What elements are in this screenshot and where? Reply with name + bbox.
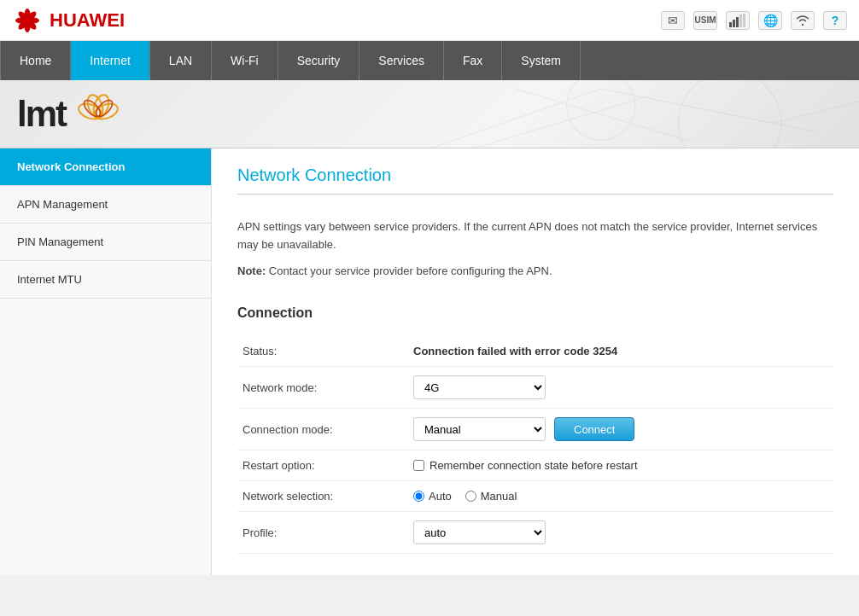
network-selection-auto-text: Auto [429,490,452,503]
network-mode-label: Network mode: [237,367,408,409]
restart-option-text: Remember connection state before restart [430,459,638,472]
connection-section-title: Connection [237,305,833,324]
network-selection-row: Network selection: Auto Manual [237,481,833,512]
network-mode-select[interactable]: 4G 3G 2G Auto [413,375,546,399]
status-value: Connection failed with error code 3254 [413,345,617,357]
status-label: Status: [237,336,408,367]
main-nav: Home Internet LAN Wi-Fi Security Service… [0,41,859,80]
restart-option-checkbox-label[interactable]: Remember connection state before restart [413,459,828,472]
usim-icon[interactable]: USIM [693,11,717,30]
note-label: Note: [237,264,266,277]
status-row: Status: Connection failed with error cod… [237,336,833,367]
note-box: Note: Contact your service provider befo… [237,263,833,281]
brand-name: HUAWEI [50,9,125,32]
profile-row: Profile: auto profile1 profile2 [237,512,833,554]
main-content: Network Connection APN settings vary bet… [212,148,859,575]
network-selection-auto-label[interactable]: Auto [413,490,452,503]
nav-services[interactable]: Services [359,41,444,80]
restart-option-row: Restart option: Remember connection stat… [237,450,833,481]
nav-system[interactable]: System [502,41,581,80]
network-selection-label: Network selection: [237,481,408,512]
network-selection-manual-label[interactable]: Manual [465,490,517,503]
logo-area: HUAWEI [12,9,125,32]
connection-mode-row: Connection mode: Manual Auto Always on C… [237,409,833,450]
nav-lan[interactable]: LAN [150,41,212,80]
connection-mode-controls: Manual Auto Always on Connect [413,417,828,441]
sidebar: Network Connection APN Management PIN Ma… [0,148,212,575]
svg-rect-9 [733,20,735,27]
restart-option-checkbox[interactable] [413,460,424,471]
page-layout: Network Connection APN Management PIN Ma… [0,148,859,575]
huawei-logo-icon [12,9,43,32]
profile-select[interactable]: auto profile1 profile2 [413,520,546,544]
connection-mode-label: Connection mode: [237,409,408,450]
help-icon[interactable]: ? [823,11,847,30]
top-icons-area: ✉ USIM 🌐 ? [661,11,847,30]
info-box: APN settings vary between service provid… [237,206,833,292]
nav-security[interactable]: Security [278,41,360,80]
connect-button[interactable]: Connect [554,417,634,441]
network-selection-manual-radio[interactable] [465,491,476,502]
wifi-icon[interactable] [791,11,815,30]
network-mode-row: Network mode: 4G 3G 2G Auto [237,367,833,409]
info-text: APN settings vary between service provid… [237,218,833,254]
page-title: Network Connection [237,166,833,195]
restart-option-label: Restart option: [237,450,408,481]
top-bar: HUAWEI ✉ USIM 🌐 ? [0,0,859,41]
connection-mode-select[interactable]: Manual Auto Always on [413,417,546,441]
banner-logo-icon [73,93,124,136]
nav-wifi[interactable]: Wi-Fi [212,41,278,80]
sidebar-item-apn-management[interactable]: APN Management [0,186,211,224]
email-icon[interactable]: ✉ [661,11,685,30]
nav-internet[interactable]: Internet [71,41,149,80]
nav-fax[interactable]: Fax [444,41,502,80]
svg-rect-11 [739,15,742,27]
network-selection-manual-text: Manual [481,490,517,503]
note-text: Contact your service provider before con… [269,264,552,277]
svg-rect-8 [729,22,732,27]
signal-icon[interactable] [726,11,750,30]
svg-rect-10 [736,17,739,27]
network-selection-auto-radio[interactable] [413,491,424,502]
profile-label: Profile: [237,512,408,554]
svg-rect-12 [743,14,745,27]
banner: lmt [0,80,859,148]
banner-logo-text: lmt [17,94,66,135]
globe-icon[interactable]: 🌐 [758,11,782,30]
banner-decoration [343,80,859,148]
sidebar-item-pin-management[interactable]: PIN Management [0,224,211,261]
network-selection-radios: Auto Manual [413,490,828,503]
sidebar-item-network-connection[interactable]: Network Connection [0,148,211,186]
connection-form: Status: Connection failed with error cod… [237,336,833,554]
sidebar-item-internet-mtu[interactable]: Internet MTU [0,261,211,299]
nav-home[interactable]: Home [0,41,71,80]
